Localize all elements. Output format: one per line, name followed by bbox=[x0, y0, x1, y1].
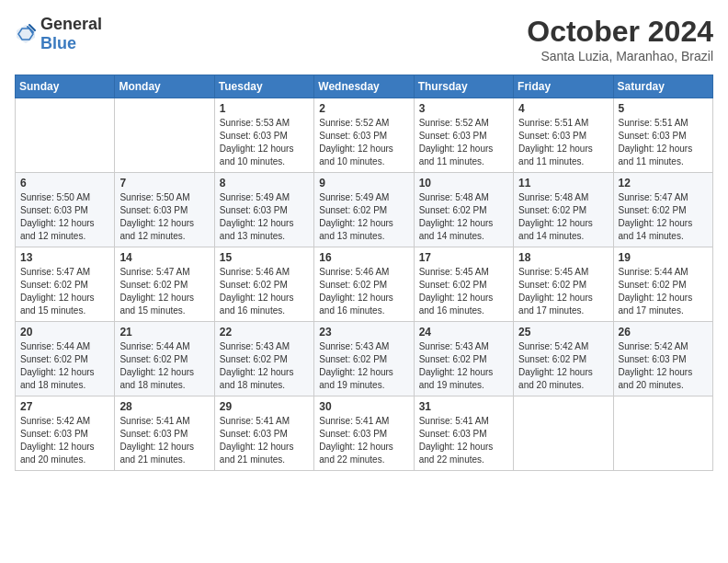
day-info: Sunrise: 5:51 AM Sunset: 6:03 PM Dayligh… bbox=[619, 117, 708, 168]
calendar-cell: 15Sunrise: 5:46 AM Sunset: 6:02 PM Dayli… bbox=[214, 247, 313, 322]
column-header-tuesday: Tuesday bbox=[214, 75, 313, 98]
calendar-week-row: 27Sunrise: 5:42 AM Sunset: 6:03 PM Dayli… bbox=[16, 396, 713, 471]
day-info: Sunrise: 5:45 AM Sunset: 6:02 PM Dayligh… bbox=[419, 266, 508, 317]
day-info: Sunrise: 5:49 AM Sunset: 6:03 PM Dayligh… bbox=[220, 191, 309, 243]
day-number: 12 bbox=[619, 177, 708, 190]
day-info: Sunrise: 5:46 AM Sunset: 6:02 PM Dayligh… bbox=[319, 266, 408, 317]
calendar-week-row: 1Sunrise: 5:53 AM Sunset: 6:03 PM Daylig… bbox=[16, 98, 713, 173]
logo-icon bbox=[15, 23, 37, 45]
calendar-week-row: 6Sunrise: 5:50 AM Sunset: 6:03 PM Daylig… bbox=[16, 173, 713, 247]
logo-blue: Blue bbox=[40, 34, 76, 52]
column-header-wednesday: Wednesday bbox=[314, 75, 414, 98]
calendar-cell bbox=[115, 98, 214, 173]
day-number: 21 bbox=[119, 326, 209, 339]
day-info: Sunrise: 5:43 AM Sunset: 6:02 PM Dayligh… bbox=[220, 340, 309, 392]
day-info: Sunrise: 5:41 AM Sunset: 6:03 PM Dayligh… bbox=[119, 415, 209, 466]
logo: General Blue bbox=[15, 15, 102, 53]
calendar-cell bbox=[16, 98, 115, 173]
calendar-week-row: 20Sunrise: 5:44 AM Sunset: 6:02 PM Dayli… bbox=[16, 322, 713, 396]
day-info: Sunrise: 5:52 AM Sunset: 6:03 PM Dayligh… bbox=[419, 117, 508, 168]
calendar-cell: 12Sunrise: 5:47 AM Sunset: 6:02 PM Dayli… bbox=[613, 173, 712, 247]
calendar-cell: 18Sunrise: 5:45 AM Sunset: 6:02 PM Dayli… bbox=[514, 247, 613, 322]
day-number: 7 bbox=[119, 177, 209, 190]
day-number: 23 bbox=[319, 326, 408, 339]
location-subtitle: Santa Luzia, Maranhao, Brazil bbox=[527, 49, 713, 63]
day-info: Sunrise: 5:45 AM Sunset: 6:02 PM Dayligh… bbox=[518, 266, 608, 317]
day-number: 29 bbox=[220, 400, 309, 413]
calendar-cell: 24Sunrise: 5:43 AM Sunset: 6:02 PM Dayli… bbox=[414, 322, 513, 396]
calendar-table: SundayMondayTuesdayWednesdayThursdayFrid… bbox=[15, 75, 713, 471]
calendar-cell: 16Sunrise: 5:46 AM Sunset: 6:02 PM Dayli… bbox=[314, 247, 414, 322]
calendar-cell: 23Sunrise: 5:43 AM Sunset: 6:02 PM Dayli… bbox=[314, 322, 414, 396]
calendar-cell: 3Sunrise: 5:52 AM Sunset: 6:03 PM Daylig… bbox=[414, 98, 513, 173]
day-number: 14 bbox=[119, 251, 209, 264]
day-number: 6 bbox=[20, 177, 109, 190]
day-info: Sunrise: 5:41 AM Sunset: 6:03 PM Dayligh… bbox=[419, 415, 508, 466]
calendar-cell: 29Sunrise: 5:41 AM Sunset: 6:03 PM Dayli… bbox=[214, 396, 313, 471]
calendar-cell: 2Sunrise: 5:52 AM Sunset: 6:03 PM Daylig… bbox=[314, 98, 414, 173]
day-info: Sunrise: 5:46 AM Sunset: 6:02 PM Dayligh… bbox=[220, 266, 309, 317]
logo-text: General Blue bbox=[40, 15, 102, 53]
calendar-cell: 28Sunrise: 5:41 AM Sunset: 6:03 PM Dayli… bbox=[115, 396, 214, 471]
calendar-cell: 7Sunrise: 5:50 AM Sunset: 6:03 PM Daylig… bbox=[115, 173, 214, 247]
day-info: Sunrise: 5:50 AM Sunset: 6:03 PM Dayligh… bbox=[20, 191, 109, 243]
day-number: 26 bbox=[619, 326, 708, 339]
calendar-cell: 20Sunrise: 5:44 AM Sunset: 6:02 PM Dayli… bbox=[16, 322, 115, 396]
column-header-friday: Friday bbox=[514, 75, 613, 98]
calendar-cell: 9Sunrise: 5:49 AM Sunset: 6:02 PM Daylig… bbox=[314, 173, 414, 247]
column-header-thursday: Thursday bbox=[414, 75, 513, 98]
page-header: General Blue October 2024 Santa Luzia, M… bbox=[15, 15, 713, 63]
calendar-header-row: SundayMondayTuesdayWednesdayThursdayFrid… bbox=[16, 75, 713, 98]
day-info: Sunrise: 5:47 AM Sunset: 6:02 PM Dayligh… bbox=[20, 266, 109, 317]
day-info: Sunrise: 5:48 AM Sunset: 6:02 PM Dayligh… bbox=[518, 191, 608, 243]
calendar-cell: 26Sunrise: 5:42 AM Sunset: 6:03 PM Dayli… bbox=[613, 322, 712, 396]
day-info: Sunrise: 5:42 AM Sunset: 6:02 PM Dayligh… bbox=[518, 340, 608, 392]
day-number: 27 bbox=[20, 400, 109, 413]
calendar-cell: 21Sunrise: 5:44 AM Sunset: 6:02 PM Dayli… bbox=[115, 322, 214, 396]
day-info: Sunrise: 5:42 AM Sunset: 6:03 PM Dayligh… bbox=[20, 415, 109, 466]
day-number: 24 bbox=[419, 326, 508, 339]
calendar-cell: 4Sunrise: 5:51 AM Sunset: 6:03 PM Daylig… bbox=[514, 98, 613, 173]
day-info: Sunrise: 5:52 AM Sunset: 6:03 PM Dayligh… bbox=[319, 117, 408, 168]
day-number: 2 bbox=[319, 102, 408, 115]
day-number: 18 bbox=[518, 251, 608, 264]
day-info: Sunrise: 5:41 AM Sunset: 6:03 PM Dayligh… bbox=[319, 415, 408, 466]
day-info: Sunrise: 5:41 AM Sunset: 6:03 PM Dayligh… bbox=[220, 415, 309, 466]
title-block: October 2024 Santa Luzia, Maranhao, Braz… bbox=[527, 15, 713, 63]
day-info: Sunrise: 5:50 AM Sunset: 6:03 PM Dayligh… bbox=[119, 191, 209, 243]
day-number: 19 bbox=[619, 251, 708, 264]
calendar-cell: 11Sunrise: 5:48 AM Sunset: 6:02 PM Dayli… bbox=[514, 173, 613, 247]
calendar-cell: 22Sunrise: 5:43 AM Sunset: 6:02 PM Dayli… bbox=[214, 322, 313, 396]
calendar-cell bbox=[514, 396, 613, 471]
calendar-cell: 19Sunrise: 5:44 AM Sunset: 6:02 PM Dayli… bbox=[613, 247, 712, 322]
day-number: 17 bbox=[419, 251, 508, 264]
logo-general: General bbox=[40, 15, 102, 33]
day-info: Sunrise: 5:49 AM Sunset: 6:02 PM Dayligh… bbox=[319, 191, 408, 243]
calendar-cell: 5Sunrise: 5:51 AM Sunset: 6:03 PM Daylig… bbox=[613, 98, 712, 173]
day-number: 22 bbox=[220, 326, 309, 339]
day-info: Sunrise: 5:43 AM Sunset: 6:02 PM Dayligh… bbox=[419, 340, 508, 392]
day-info: Sunrise: 5:53 AM Sunset: 6:03 PM Dayligh… bbox=[220, 117, 309, 168]
day-number: 31 bbox=[419, 400, 508, 413]
calendar-cell: 25Sunrise: 5:42 AM Sunset: 6:02 PM Dayli… bbox=[514, 322, 613, 396]
day-info: Sunrise: 5:43 AM Sunset: 6:02 PM Dayligh… bbox=[319, 340, 408, 392]
calendar-cell: 8Sunrise: 5:49 AM Sunset: 6:03 PM Daylig… bbox=[214, 173, 313, 247]
column-header-saturday: Saturday bbox=[613, 75, 712, 98]
day-number: 3 bbox=[419, 102, 508, 115]
calendar-cell: 30Sunrise: 5:41 AM Sunset: 6:03 PM Dayli… bbox=[314, 396, 414, 471]
day-number: 25 bbox=[518, 326, 608, 339]
day-number: 15 bbox=[220, 251, 309, 264]
day-number: 4 bbox=[518, 102, 608, 115]
calendar-cell bbox=[613, 396, 712, 471]
day-info: Sunrise: 5:51 AM Sunset: 6:03 PM Dayligh… bbox=[518, 117, 608, 168]
day-info: Sunrise: 5:44 AM Sunset: 6:02 PM Dayligh… bbox=[20, 340, 109, 392]
day-info: Sunrise: 5:48 AM Sunset: 6:02 PM Dayligh… bbox=[419, 191, 508, 243]
day-number: 30 bbox=[319, 400, 408, 413]
column-header-sunday: Sunday bbox=[16, 75, 115, 98]
calendar-cell: 6Sunrise: 5:50 AM Sunset: 6:03 PM Daylig… bbox=[16, 173, 115, 247]
calendar-week-row: 13Sunrise: 5:47 AM Sunset: 6:02 PM Dayli… bbox=[16, 247, 713, 322]
calendar-cell: 17Sunrise: 5:45 AM Sunset: 6:02 PM Dayli… bbox=[414, 247, 513, 322]
day-info: Sunrise: 5:47 AM Sunset: 6:02 PM Dayligh… bbox=[119, 266, 209, 317]
day-number: 5 bbox=[619, 102, 708, 115]
column-header-monday: Monday bbox=[115, 75, 214, 98]
